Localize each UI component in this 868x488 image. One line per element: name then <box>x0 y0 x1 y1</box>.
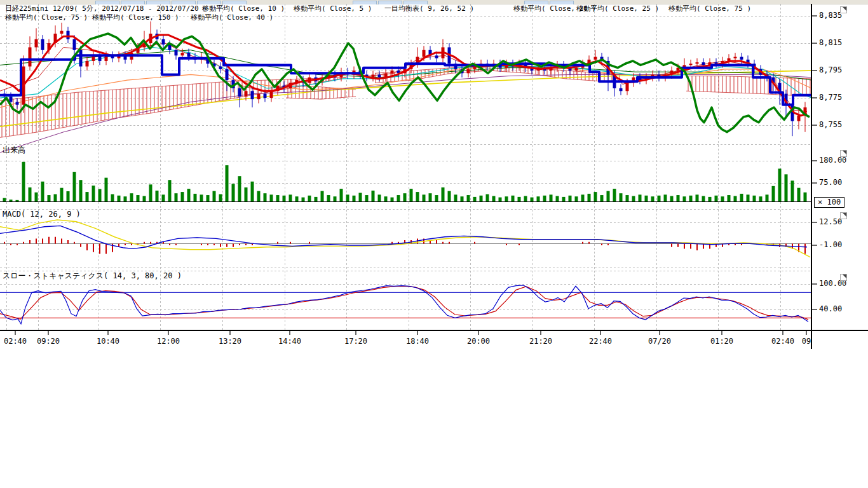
price-axis-tick: 8,815 <box>819 39 842 47</box>
volume-panel-label: 出来高 <box>3 146 25 154</box>
price-axis-tick: 8,755 <box>819 121 842 129</box>
volume-panel-corner-icon[interactable] <box>840 150 847 157</box>
chart-application-window: 日経225mini 12/09( 5分, 2012/07/18 - 2012/0… <box>0 0 868 488</box>
price-axis-tick: 8,795 <box>819 66 842 74</box>
time-axis-label: 01:20 <box>710 337 733 346</box>
time-axis-label: 17:20 <box>344 337 367 346</box>
macd-signal-line <box>0 220 810 257</box>
time-axis-label: 10:40 <box>97 337 119 346</box>
chart-canvas[interactable] <box>0 0 868 356</box>
volume-axis-tick: 75.00 <box>819 179 842 187</box>
time-axis-label: 07/20 <box>648 337 671 346</box>
time-axis-label: 22:40 <box>589 337 612 346</box>
time-axis-label: 20:00 <box>467 337 490 346</box>
time-axis-label: 02:40 <box>4 337 27 346</box>
stoch-axis-tick: 40.00 <box>819 305 842 313</box>
volume-axis-tick: 180.00 <box>819 156 846 165</box>
time-axis-label: 09 <box>802 337 811 346</box>
indicator-label: 移動平均( Close, 40 ) <box>191 13 273 22</box>
macd-panel-corner-icon[interactable] <box>840 212 847 219</box>
time-axis-label: 18:40 <box>406 337 429 346</box>
stoch-panel-corner-icon[interactable] <box>840 274 847 281</box>
time-axis-label: 14:40 <box>278 337 301 346</box>
indicator-label: 移動平均( Close, 150 ) <box>92 13 179 22</box>
price-axis-tick: 8,835 <box>819 11 842 20</box>
time-axis-label: 09:20 <box>37 337 60 346</box>
indicator-label: 移動平均( Close, 75 ) <box>5 13 88 22</box>
indicator-label: 移動平均( Close, 10 ) <box>202 4 285 13</box>
time-axis-label: 13:20 <box>219 337 241 346</box>
macd-axis-tick: -1.00 <box>819 241 842 249</box>
indicator-label: 移動平均( Close, 25 ) <box>576 4 659 13</box>
macd-panel-label: MACD( 12, 26, 9 ) <box>3 210 81 219</box>
time-axis-label: 12:00 <box>157 337 180 346</box>
indicator-label: 日経225mini 12/09( 5分, 2012/07/18 - 2012/0… <box>5 4 207 13</box>
price-axis-tick: 8,775 <box>819 93 842 102</box>
indicator-label: 移動平均( Close, 5 ) <box>294 4 372 13</box>
stoch-d-line <box>0 286 808 320</box>
time-axis-label: 21:20 <box>529 337 552 346</box>
indicator-label: 移動平均( Close, 75 ) <box>668 4 751 13</box>
macd-axis-tick: 12.50 <box>819 218 842 226</box>
volume-scale-box: × 100 <box>814 197 844 208</box>
stoch-panel-label: スロー・ストキャスティクス( 14, 3, 80, 20 ) <box>3 272 182 280</box>
macd-line <box>0 226 807 248</box>
time-axis-label: 02:40 <box>771 337 794 346</box>
price-panel-corner-icon[interactable] <box>840 6 847 13</box>
indicator-label: 一目均衡表( 9, 26, 52 ) <box>384 4 474 13</box>
